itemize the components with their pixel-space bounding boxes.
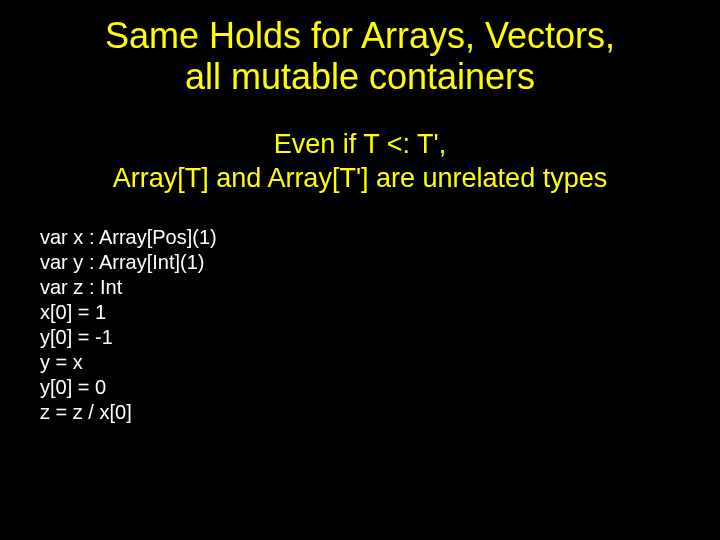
title-line-1: Same Holds for Arrays, Vectors,	[105, 15, 615, 56]
title-line-2: all mutable containers	[185, 56, 535, 97]
code-block: var x : Array[Pos](1) var y : Array[Int]…	[40, 225, 685, 425]
code-line: y[0] = 0	[40, 375, 685, 400]
slide-title: Same Holds for Arrays, Vectors, all muta…	[35, 15, 685, 98]
subtitle-line-1: Even if T <: T',	[274, 129, 447, 159]
code-line: var x : Array[Pos](1)	[40, 225, 685, 250]
slide-container: Same Holds for Arrays, Vectors, all muta…	[0, 0, 720, 540]
code-line: z = z / x[0]	[40, 400, 685, 425]
code-line: y[0] = -1	[40, 325, 685, 350]
subtitle-line-2: Array[T] and Array[T'] are unrelated typ…	[113, 163, 607, 193]
code-line: var z : Int	[40, 275, 685, 300]
slide-subtitle: Even if T <: T', Array[T] and Array[T'] …	[35, 128, 685, 196]
code-line: y = x	[40, 350, 685, 375]
code-line: var y : Array[Int](1)	[40, 250, 685, 275]
code-line: x[0] = 1	[40, 300, 685, 325]
